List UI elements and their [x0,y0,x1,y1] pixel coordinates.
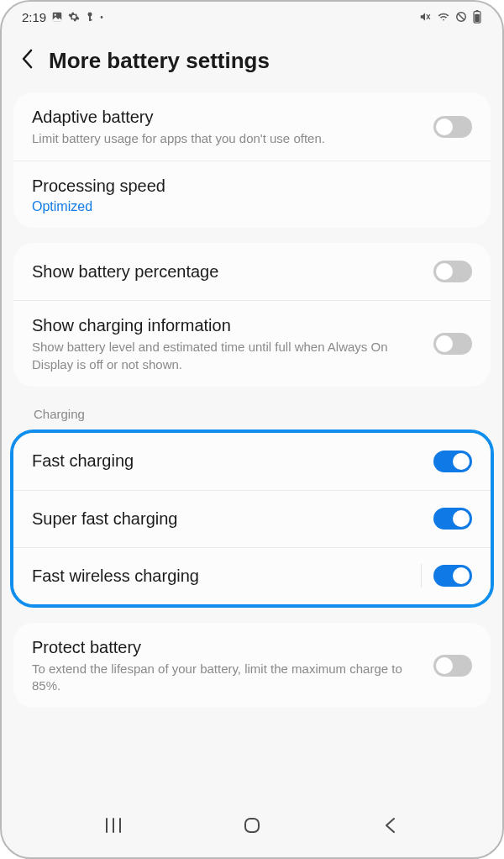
fast-wireless-charging-toggle[interactable] [433,565,472,587]
show-charging-information-row[interactable]: Show charging informationShow battery le… [13,300,491,387]
svg-line-8 [458,13,465,20]
row-subtitle: Show battery level and estimated time un… [32,339,423,373]
section-label: Charging [13,402,491,430]
svg-rect-11 [475,14,480,22]
row-text: Processing speedOptimized [32,175,472,214]
protect-battery-toggle[interactable] [433,655,472,677]
navigation-bar [2,804,502,857]
toggle-knob [436,263,453,280]
mute-icon [418,11,432,23]
gear-icon [68,11,80,23]
toggle-knob [453,453,470,470]
status-bar-left: 2:19 • [22,10,103,24]
row-value: Optimized [32,199,462,214]
settings-card: Fast chargingSuper fast chargingFast wir… [13,433,491,604]
toggle-knob [436,119,453,135]
do-not-disturb-icon [455,11,467,23]
highlighted-group: Fast chargingSuper fast chargingFast wir… [10,430,494,608]
page-header: More battery settings [2,32,502,92]
row-text: Protect batteryTo extend the lifespan of… [32,636,433,695]
settings-card: Protect batteryTo extend the lifespan of… [13,623,491,709]
settings-content[interactable]: Adaptive batteryLimit battery usage for … [2,92,502,804]
row-text: Super fast charging [32,508,433,530]
page-title: More battery settings [49,48,270,74]
toggle-knob [436,335,453,352]
row-text: Fast wireless charging [32,565,421,588]
key-icon [85,11,95,23]
row-text: Show charging informationShow battery le… [32,314,433,373]
status-time: 2:19 [22,10,46,24]
status-bar: 2:19 • [2,2,502,32]
wifi-icon [437,11,450,23]
row-text: Fast charging [32,450,433,472]
row-subtitle: Limit battery usage for apps that you do… [32,130,423,147]
svg-rect-4 [89,19,92,21]
svg-rect-15 [245,819,259,832]
fast-charging-row[interactable]: Fast charging [13,433,491,490]
row-title: Super fast charging [32,508,423,530]
row-subtitle: To extend the lifespan of your battery, … [32,661,423,695]
show-battery-percentage-toggle[interactable] [433,261,472,282]
back-nav-button[interactable] [379,814,402,837]
svg-point-1 [55,14,56,16]
battery-icon [472,10,482,24]
fast-charging-toggle[interactable] [433,451,472,472]
row-title: Processing speed [32,175,462,198]
super-fast-charging-row[interactable]: Super fast charging [13,490,491,547]
recents-button[interactable] [102,814,125,837]
fast-wireless-charging-row[interactable]: Fast wireless charging [13,547,491,604]
toggle-knob [453,567,470,584]
back-button[interactable] [20,47,35,74]
toggle-knob [453,510,470,527]
row-text: Show battery percentage [32,261,433,283]
settings-card: Show battery percentageShow charging inf… [13,243,491,387]
show-battery-percentage-row[interactable]: Show battery percentage [13,243,491,300]
row-title: Fast charging [32,450,423,472]
adaptive-battery-toggle[interactable] [433,116,472,138]
svg-rect-10 [475,10,478,12]
show-charging-information-toggle[interactable] [433,333,472,355]
protect-battery-row[interactable]: Protect batteryTo extend the lifespan of… [13,623,491,709]
adaptive-battery-row[interactable]: Adaptive batteryLimit battery usage for … [13,92,491,161]
image-icon [51,11,63,23]
row-title: Adaptive battery [32,106,423,129]
settings-card: Adaptive batteryLimit battery usage for … [13,92,491,228]
dot-icon: • [100,13,103,22]
toggle-separator [421,564,422,588]
toggle-knob [436,657,453,674]
svg-point-2 [88,13,92,17]
processing-speed-row[interactable]: Processing speedOptimized [13,161,491,228]
row-title: Show charging information [32,314,423,337]
super-fast-charging-toggle[interactable] [433,508,472,530]
row-text: Adaptive batteryLimit battery usage for … [32,106,433,147]
row-title: Fast wireless charging [32,565,411,588]
row-title: Show battery percentage [32,261,423,283]
phone-frame: 2:19 • [0,0,504,859]
home-button[interactable] [240,814,264,837]
status-bar-right [418,10,482,24]
row-title: Protect battery [32,636,423,659]
